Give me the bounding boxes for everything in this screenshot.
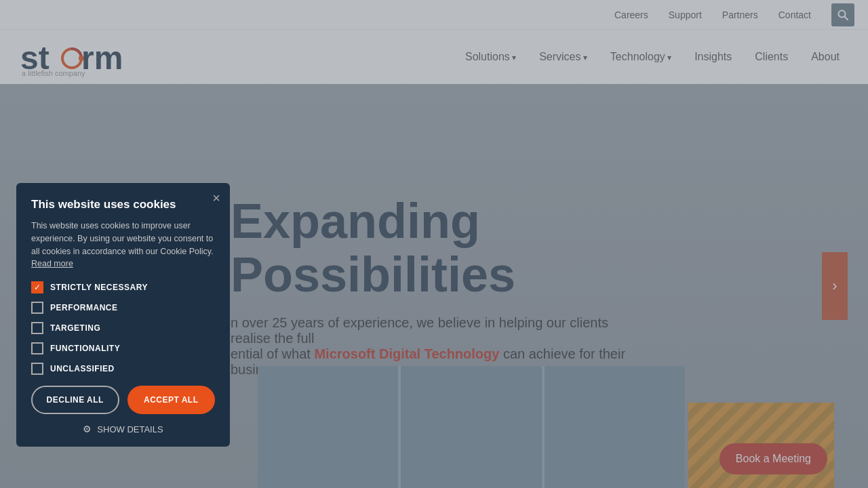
strictly-necessary-checkbox[interactable] bbox=[31, 281, 43, 293]
cookie-modal-description: This website uses cookies to improve use… bbox=[31, 220, 215, 270]
performance-checkbox[interactable] bbox=[31, 302, 43, 314]
accept-all-button[interactable]: ACCEPT ALL bbox=[127, 386, 216, 414]
decline-all-button[interactable]: DECLINE ALL bbox=[31, 386, 119, 414]
show-details-label: SHOW DETAILS bbox=[97, 424, 163, 434]
read-more-link[interactable]: Read more bbox=[31, 259, 73, 268]
cookie-option-unclassified: UNCLASSIFIED bbox=[31, 363, 215, 375]
show-details-button[interactable]: ⚙ SHOW DETAILS bbox=[31, 424, 215, 434]
cookie-option-performance: PERFORMANCE bbox=[31, 302, 215, 314]
strictly-necessary-label: STRICTLY NECESSARY bbox=[50, 283, 148, 292]
unclassified-label: UNCLASSIFIED bbox=[50, 364, 115, 373]
cookie-modal-buttons: DECLINE ALL ACCEPT ALL bbox=[31, 386, 215, 414]
cookie-option-strictly-necessary: STRICTLY NECESSARY bbox=[31, 281, 215, 293]
cookie-option-targeting: TARGETING bbox=[31, 322, 215, 334]
functionality-checkbox[interactable] bbox=[31, 342, 43, 354]
targeting-checkbox[interactable] bbox=[31, 322, 43, 334]
targeting-label: TARGETING bbox=[50, 323, 100, 333]
cookie-modal-title: This website uses cookies bbox=[31, 198, 215, 211]
gear-icon: ⚙ bbox=[83, 424, 92, 434]
unclassified-checkbox[interactable] bbox=[31, 363, 43, 375]
cookie-option-functionality: FUNCTIONALITY bbox=[31, 342, 215, 354]
cookie-close-button[interactable]: × bbox=[212, 191, 220, 205]
performance-label: PERFORMANCE bbox=[50, 303, 118, 312]
functionality-label: FUNCTIONALITY bbox=[50, 344, 120, 353]
cookie-modal: × This website uses cookies This website… bbox=[16, 183, 230, 447]
